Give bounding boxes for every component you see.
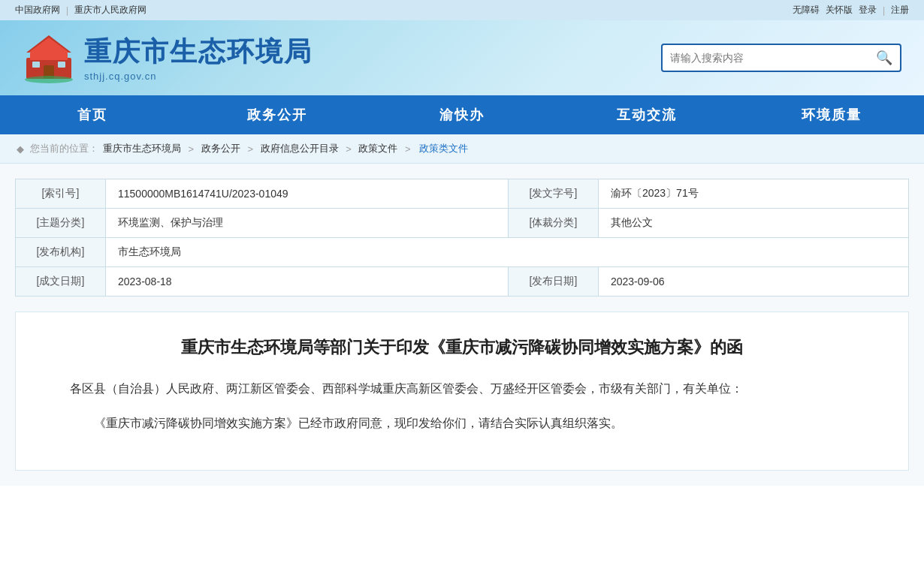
search-button[interactable]: 🔍	[876, 50, 892, 66]
value-ticai: 其他公文	[598, 209, 908, 238]
nav-item-hudong[interactable]: 互动交流	[554, 95, 739, 134]
link-zhongguo-gov[interactable]: 中国政府网	[15, 4, 60, 17]
separator-1: |	[66, 5, 68, 16]
label-fawenzihao: [发文字号]	[508, 179, 598, 209]
search-box: 🔍	[661, 44, 901, 72]
article-title: 重庆市生态环境局等部门关于印发《重庆市减污降碳协同增效实施方案》的函	[46, 335, 878, 360]
nav-item-yukuaiban[interactable]: 渝快办	[370, 95, 554, 134]
article-body: 各区县（自治县）人民政府、两江新区管委会、西部科学城重庆高新区管委会、万盛经开区…	[46, 378, 878, 435]
top-bar: 中国政府网 | 重庆市人民政府网 无障碍 关怀版 登录 | 注册	[0, 0, 924, 20]
breadcrumb-prefix: 您当前的位置：	[30, 142, 98, 155]
search-icon: 🔍	[876, 50, 892, 65]
table-row: [索引号] 11500000MB1614741U/2023-01049 [发文字…	[16, 179, 909, 209]
link-chongqing-gov[interactable]: 重庆市人民政府网	[74, 4, 146, 17]
breadcrumb-item-1[interactable]: 政务公开	[201, 142, 240, 155]
svg-marker-5	[29, 38, 69, 53]
top-bar-right: 无障碍 关怀版 登录 | 注册	[793, 4, 909, 17]
label-faburiqi: [发布日期]	[508, 267, 598, 297]
breadcrumb-item-0[interactable]: 重庆市生态环境局	[103, 142, 181, 155]
nav-item-zhengwu[interactable]: 政务公开	[185, 95, 370, 134]
breadcrumb-current: 政策类文件	[419, 142, 468, 155]
breadcrumb: ◆ 您当前的位置： 重庆市生态环境局 > 政务公开 > 政府信息公开目录 > 政…	[0, 134, 924, 164]
value-faburiqi: 2023-09-06	[598, 267, 908, 297]
breadcrumb-sep-0: >	[186, 143, 197, 155]
article-paragraph-0: 各区县（自治县）人民政府、两江新区管委会、西部科学城重庆高新区管委会、万盛经开区…	[46, 378, 878, 400]
label-zhuti: [主题分类]	[16, 209, 106, 238]
main-nav: 首页 政务公开 渝快办 互动交流 环境质量	[0, 95, 924, 134]
value-fawenzihao: 渝环〔2023〕71号	[598, 179, 908, 209]
separator-2: |	[883, 5, 885, 16]
logo-area: 重庆市生态环境局 sthjj.cq.gov.cn	[23, 32, 313, 84]
logo-icon	[23, 32, 75, 84]
breadcrumb-sep-2: >	[343, 143, 355, 155]
value-zhuti: 环境监测、保护与治理	[106, 209, 509, 238]
article-paragraph-1: 《重庆市减污降碳协同增效实施方案》已经市政府同意，现印发给你们，请结合实际认真组…	[46, 412, 878, 435]
breadcrumb-icon: ◆	[17, 143, 24, 155]
label-suoyinhao: [索引号]	[16, 179, 106, 209]
article: 重庆市生态环境局等部门关于印发《重庆市减污降碳协同增效实施方案》的函 各区县（自…	[15, 312, 909, 471]
top-bar-left: 中国政府网 | 重庆市人民政府网	[15, 4, 146, 17]
svg-point-9	[25, 76, 73, 83]
nav-item-home[interactable]: 首页	[0, 95, 185, 134]
table-row: [发布机构] 市生态环境局	[16, 238, 909, 267]
value-suoyinhao: 11500000MB1614741U/2023-01049	[106, 179, 509, 209]
label-ticai: [体裁分类]	[508, 209, 598, 238]
header: 重庆市生态环境局 sthjj.cq.gov.cn 🔍	[0, 20, 924, 95]
link-register[interactable]: 注册	[891, 4, 909, 17]
logo-title: 重庆市生态环境局	[84, 34, 313, 71]
breadcrumb-item-3[interactable]: 政策文件	[358, 142, 397, 155]
search-input[interactable]	[670, 52, 876, 64]
breadcrumb-sep-3: >	[402, 143, 413, 155]
value-chengwen: 2023-08-18	[106, 267, 509, 297]
info-table: [索引号] 11500000MB1614741U/2023-01049 [发文字…	[15, 179, 909, 297]
main-content: [索引号] 11500000MB1614741U/2023-01049 [发文字…	[0, 164, 924, 486]
label-chengwen: [成文日期]	[16, 267, 106, 297]
breadcrumb-item-2[interactable]: 政府信息公开目录	[261, 142, 339, 155]
breadcrumb-sep-1: >	[245, 143, 256, 155]
nav-item-huanjing[interactable]: 环境质量	[739, 95, 924, 134]
link-login[interactable]: 登录	[859, 4, 877, 17]
svg-rect-7	[32, 62, 40, 68]
table-row: [成文日期] 2023-08-18 [发布日期] 2023-09-06	[16, 267, 909, 297]
label-fabu: [发布机构]	[16, 238, 106, 267]
logo-subtitle: sthjj.cq.gov.cn	[84, 71, 313, 82]
table-row: [主题分类] 环境监测、保护与治理 [体裁分类] 其他公文	[16, 209, 909, 238]
link-guanhuai[interactable]: 关怀版	[826, 4, 853, 17]
link-wuzhangai[interactable]: 无障碍	[793, 4, 820, 17]
logo-text: 重庆市生态环境局 sthjj.cq.gov.cn	[84, 34, 313, 82]
svg-rect-8	[58, 62, 65, 68]
value-fabu: 市生态环境局	[106, 238, 909, 267]
